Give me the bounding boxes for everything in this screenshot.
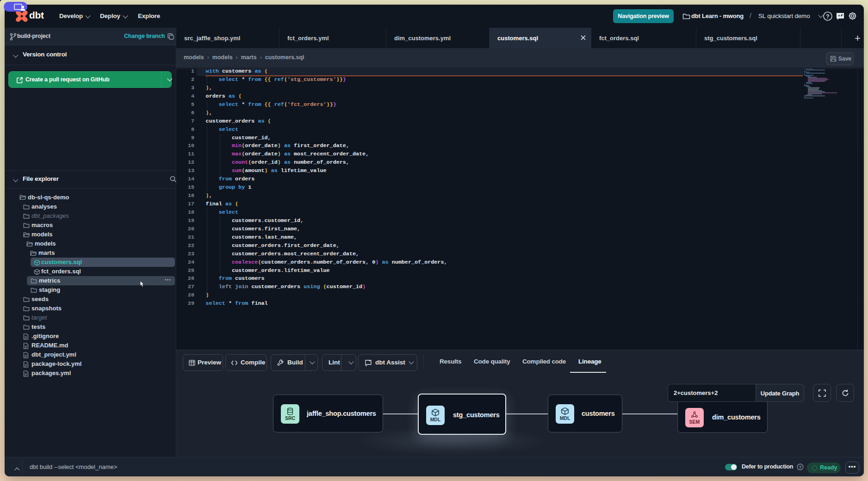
svg-text:?: ? xyxy=(799,465,802,469)
svg-text:?: ? xyxy=(826,13,829,20)
